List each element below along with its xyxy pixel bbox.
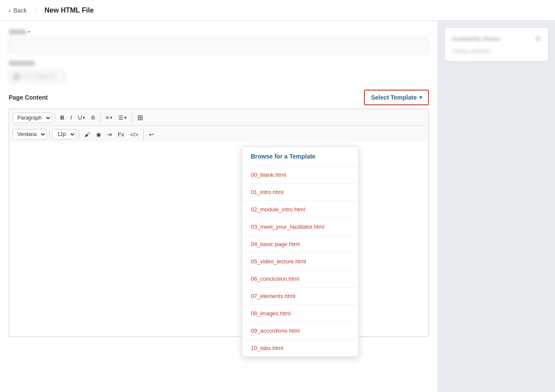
page-content-header: Page Content Select Template ▾ — [9, 90, 429, 105]
toolbar-separator-1 — [55, 113, 55, 123]
page-content-label: Page Content — [9, 94, 48, 101]
template-item-3[interactable]: 03_meet_your_facilitator.html — [242, 218, 358, 236]
date-placeholder: YYYY-MM-DD — [22, 74, 55, 80]
sidebar-card-subtitle: Always available — [452, 48, 541, 54]
browse-template-item[interactable]: Browse for a Template — [242, 147, 358, 166]
toolbar-separator-3 — [132, 113, 132, 123]
paragraph-select[interactable]: Paragraph — [13, 113, 52, 123]
template-item-9[interactable]: 09_accordions.html — [242, 322, 358, 340]
template-item-1[interactable]: 01_intro.html — [242, 184, 358, 201]
title-input[interactable] — [9, 38, 429, 54]
header: ‹ Back New HTML File — [0, 0, 555, 21]
main-layout: * YYYY-MM-DD Page Content Select Templat… — [0, 21, 555, 392]
toolbar-separator-2 — [100, 113, 101, 123]
title-label-blurred — [9, 29, 26, 35]
align-button[interactable]: ≡ ▾ — [103, 113, 115, 123]
template-item-5[interactable]: 05_video_lecture.html — [242, 253, 358, 270]
content-area: * YYYY-MM-DD Page Content Select Templat… — [0, 21, 438, 392]
template-item-8[interactable]: 08_images.html — [242, 305, 358, 322]
chevron-down-icon: ▾ — [419, 94, 422, 100]
template-item-7[interactable]: 07_elements.html — [242, 288, 358, 305]
italic-button[interactable]: I — [68, 113, 75, 123]
date-label-blurred — [9, 61, 35, 66]
strikethrough-button[interactable]: S — [88, 113, 97, 123]
template-item-6[interactable]: 06_conclusion.html — [242, 270, 358, 288]
template-item-4[interactable]: 04_basic page.html — [242, 236, 358, 253]
indent-button[interactable]: ⇥ — [104, 130, 114, 139]
select-template-label: Select Template — [371, 94, 417, 101]
code-button[interactable]: </> — [127, 130, 141, 139]
editor-body[interactable] — [9, 142, 429, 337]
template-item-10[interactable]: 10_tabs.html — [242, 340, 358, 356]
highlight-button[interactable]: ◉ — [94, 130, 104, 139]
back-button[interactable]: ‹ Back — [9, 7, 36, 14]
editor-toolbar: Paragraph B I U ▾ S ≡ ▾ ☰ ▾ ⊞ Verdana — [9, 109, 429, 142]
page-title: New HTML File — [45, 6, 94, 14]
toolbar-separator-4 — [49, 130, 50, 139]
required-indicator: * — [28, 30, 30, 36]
bold-button[interactable]: B — [58, 113, 67, 123]
toolbar-row-2: Verdana 12pt 🖌 ◉ ⇥ Fx </> ↩ — [13, 129, 425, 139]
back-chevron-icon: ‹ — [9, 7, 11, 14]
sidebar-card-header: Availability Status ⚙ — [452, 35, 541, 43]
template-item-0[interactable]: 00_blank.html — [242, 166, 358, 184]
title-form-group: * — [9, 29, 429, 54]
font-select[interactable]: Verdana — [13, 129, 47, 139]
toolbar-row-1: Paragraph B I U ▾ S ≡ ▾ ☰ ▾ ⊞ — [13, 112, 425, 126]
list-button[interactable]: ☰ ▾ — [116, 113, 129, 123]
date-form-group: YYYY-MM-DD — [9, 61, 429, 83]
template-dropdown-menu: Browse for a Template 00_blank.html 01_i… — [242, 146, 359, 357]
paint-format-button[interactable]: 🖌 — [82, 130, 93, 139]
template-item-2[interactable]: 02_module_intro.html — [242, 201, 358, 218]
right-sidebar: Availability Status ⚙ Always available — [438, 21, 555, 392]
toolbar-separator-6 — [143, 130, 144, 139]
calendar-icon — [13, 74, 19, 80]
sidebar-card: Availability Status ⚙ Always available — [445, 28, 548, 61]
sidebar-card-title: Availability Status — [452, 36, 500, 42]
undo-button[interactable]: ↩ — [146, 130, 156, 139]
select-template-button[interactable]: Select Template ▾ — [364, 90, 429, 105]
font-size-select[interactable]: 12pt — [52, 129, 76, 139]
source-edit-button[interactable]: Fx — [115, 130, 127, 139]
date-input[interactable]: YYYY-MM-DD — [9, 71, 65, 83]
toolbar-separator-5 — [79, 130, 79, 139]
gear-icon[interactable]: ⚙ — [535, 35, 541, 43]
widget-button[interactable]: ⊞ — [135, 112, 146, 123]
underline-button[interactable]: U ▾ — [75, 113, 88, 123]
back-label: Back — [13, 7, 27, 14]
